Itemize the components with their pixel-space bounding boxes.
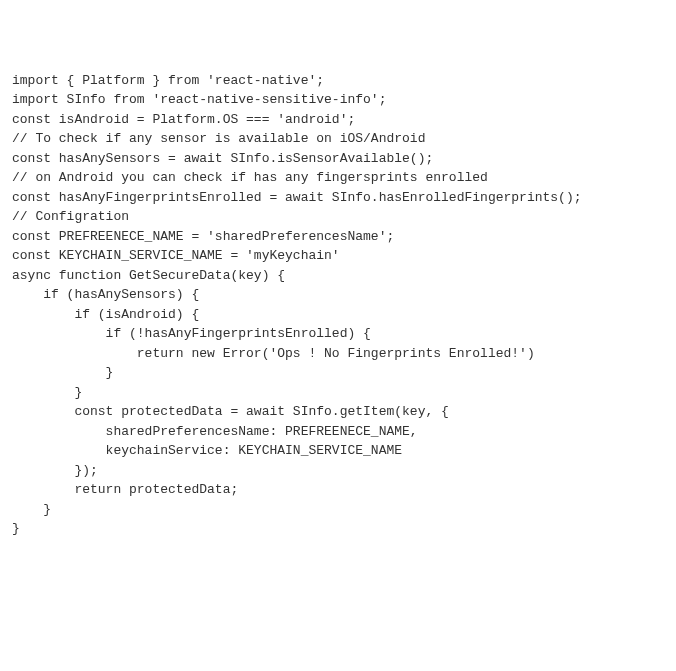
code-line: // Configration <box>12 207 664 227</box>
code-line: sharedPreferencesName: PREFREENECE_NAME, <box>12 422 664 442</box>
code-line: const PREFREENECE_NAME = 'sharedPreferen… <box>12 227 664 247</box>
code-line: } <box>12 500 664 520</box>
code-line: const isAndroid = Platform.OS === 'andro… <box>12 110 664 130</box>
code-line: import { Platform } from 'react-native'; <box>12 71 664 91</box>
code-line: if (hasAnySensors) { <box>12 285 664 305</box>
code-line: if (!hasAnyFingerprintsEnrolled) { <box>12 324 664 344</box>
code-line: // To check if any sensor is available o… <box>12 129 664 149</box>
code-line: }); <box>12 461 664 481</box>
code-line: // on Android you can check if has any f… <box>12 168 664 188</box>
code-line: async function GetSecureData(key) { <box>12 266 664 286</box>
code-line: import SInfo from 'react-native-sensitiv… <box>12 90 664 110</box>
code-line: if (isAndroid) { <box>12 305 664 325</box>
code-line: keychainService: KEYCHAIN_SERVICE_NAME <box>12 441 664 461</box>
code-line: } <box>12 383 664 403</box>
code-line: } <box>12 519 664 539</box>
code-line: return new Error('Ops ! No Fingerprints … <box>12 344 664 364</box>
code-line: const hasAnySensors = await SInfo.isSens… <box>12 149 664 169</box>
code-line: const KEYCHAIN_SERVICE_NAME = 'myKeychai… <box>12 246 664 266</box>
code-line: return protectedData; <box>12 480 664 500</box>
code-line: } <box>12 363 664 383</box>
code-line: const hasAnyFingerprintsEnrolled = await… <box>12 188 664 208</box>
code-line: const protectedData = await SInfo.getIte… <box>12 402 664 422</box>
code-block: import { Platform } from 'react-native';… <box>12 71 664 539</box>
